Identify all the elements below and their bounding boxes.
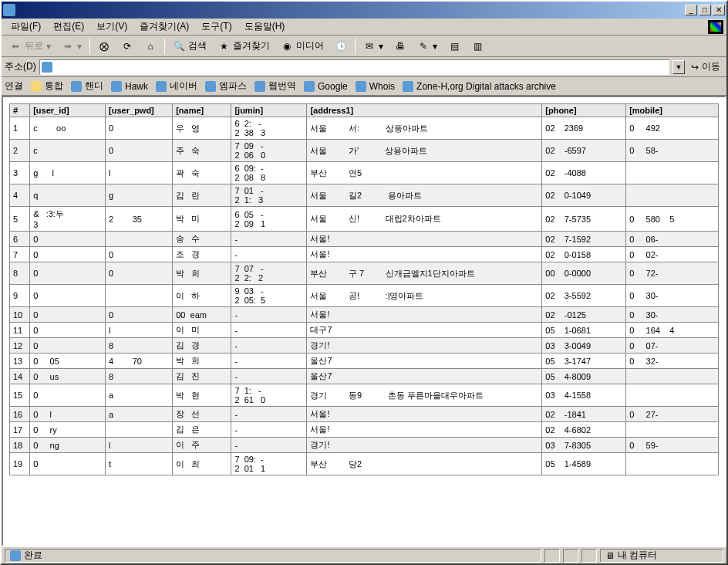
cell: 6 09: - 2 08 8 [231,162,307,184]
cell: 8 [10,262,30,285]
link-item[interactable]: Google [304,81,348,92]
extra-button[interactable]: ▥ [467,39,488,54]
print-button[interactable]: 🖶 [389,39,411,54]
cell: 4 70 [106,354,173,369]
status-text: 완료 [24,549,42,562]
link-item[interactable]: 엠파스 [205,80,247,93]
go-label: 이동 [702,60,720,73]
table-row: 1208김 경-경기!03 3-00490 07- [10,338,719,354]
table-row: 700조 경-서울!02 0-01580 02- [10,247,719,262]
ie-icon [254,81,265,92]
mail-button[interactable]: ✉▾ [359,39,388,54]
back-button[interactable]: ⬅ 뒤로 ▾ [5,38,56,54]
page-icon [42,62,52,73]
link-item[interactable]: 웹번역 [254,80,296,93]
forward-button[interactable]: ➡ ▾ [57,39,86,54]
history-button[interactable]: 🕓 [330,39,352,54]
cell: 경기! [307,338,542,354]
cell: 7 1: - 2 61 0 [231,384,307,407]
cell [626,162,719,184]
link-item[interactable]: Whois [356,81,395,92]
table-row: 4qg김 란7 01 - 2 1: 3서울 길2 용아파트02 0-1049 [10,184,719,207]
go-icon: ↪ [691,62,699,73]
th-userid: [user_id] [30,104,106,117]
cell: 19 [10,453,30,475]
table-row: 90이 하9 03 - 2 05: 5서울 공! :|영아파트02 3-5592… [10,285,719,307]
cell: 서울 가' 상용아파트 [307,140,542,162]
cell: 02 2369 [542,117,626,140]
cell: 0 164 4 [626,323,719,338]
address-input[interactable] [39,59,669,75]
search-button[interactable]: 🔍검색 [168,38,211,54]
cell: 02 7-5735 [542,207,626,232]
cell: 서울! [307,307,542,323]
menu-file[interactable]: 파일(F) [5,19,47,35]
th-phone: [phone] [542,104,626,117]
cell: l [106,438,173,453]
maximize-button[interactable]: □ [699,5,711,15]
app-icon [3,4,15,16]
discuss-button[interactable]: ▤ [443,39,465,54]
cell: 0 07- [626,338,719,354]
stop-button[interactable]: ⨂ [93,39,115,54]
table-row: 130 054 70박 희-울산705 3-17470 32- [10,354,719,369]
cell: 0 [30,247,106,262]
cell: - [231,354,307,369]
address-dropdown[interactable]: ▼ [672,60,685,74]
cell: 8 [106,369,173,384]
link-item[interactable]: Zone-H,org Digital attacks archive [403,81,556,92]
go-button[interactable]: ↪ 이동 [688,60,723,73]
cell: 0 [30,262,106,285]
search-icon: 🔍 [173,40,185,52]
cell: 02 -4088 [542,162,626,184]
media-button[interactable]: ◉미디어 [276,38,329,54]
link-label: Whois [369,81,395,92]
cell: l [106,323,173,338]
menu-edit[interactable]: 편집(E) [47,19,90,35]
link-item[interactable]: 네이버 [156,80,197,93]
links-bar: 연결 통합 핸디 Hawk 네이버 엠파스 웹번역 Google Whois Z… [2,77,726,96]
refresh-button[interactable]: ⟳ [116,39,138,54]
cell: 0 27- [626,407,719,422]
cell: 02 3-5592 [542,285,626,307]
status-seg [544,549,560,563]
cell: 부산 연5 [307,162,542,184]
home-button[interactable]: ⌂ [140,39,161,54]
minimize-button[interactable]: _ [685,5,697,15]
cell: 경기 동9 촌동 푸른마을대우아파트 [307,384,542,407]
favorites-button[interactable]: ★즐겨찾기 [213,38,275,54]
cell: 박 희 [173,354,231,369]
menu-favorites[interactable]: 즐겨찾기(A) [133,19,195,35]
link-label: 웹번역 [268,80,296,93]
toolbar: ⬅ 뒤로 ▾ ➡ ▾ ⨂ ⟳ ⌂ 🔍검색 ★즐겨찾기 ◉미디어 🕓 ✉▾ 🖶 ✎… [2,36,726,57]
cell: 0 us [30,369,106,384]
cell: 02 -0125 [542,307,626,323]
link-item[interactable]: 핸디 [71,80,103,93]
cell: 부산 구 7 신개금엘지1단지아파트 [307,262,542,285]
cell: 03 7-8305 [542,438,626,453]
menu-help[interactable]: 도움말(H) [238,19,292,35]
cell: 서울 공! :|영아파트 [307,285,542,307]
back-icon: ⬅ [9,40,22,52]
menu-tools[interactable]: 도구(T) [195,19,238,35]
ie-icon [403,81,413,92]
cell: 0 492 [626,117,719,140]
cell: 00 eam [173,307,231,323]
close-button[interactable]: ✕ [713,5,725,15]
link-item[interactable]: Hawk [111,81,148,92]
cell: 0 [106,307,173,323]
cell: 0 [30,338,106,354]
cell [106,422,173,438]
cell [626,184,719,207]
cell: - [231,307,307,323]
link-item[interactable]: 통합 [31,80,63,93]
cell: 김 진 [173,369,231,384]
menu-view[interactable]: 보기(V) [90,19,133,35]
cell: t [106,453,173,475]
menubar: 파일(F) 편집(E) 보기(V) 즐겨찾기(A) 도구(T) 도움말(H) [2,19,726,36]
statusbar: 완료 🖥 내 컴퓨터 [2,546,726,563]
edit-button[interactable]: ✎▾ [413,39,442,54]
table-row: 60송 수-서울!02 7-15920 06- [10,232,719,247]
content-area[interactable]: # [user_id] [user_pwd] [name] [jumin] [a… [2,96,726,546]
table-row: 2c0주 숙7 09 - 2 06 0서울 가' 상용아파트02 -65970 … [10,140,719,162]
